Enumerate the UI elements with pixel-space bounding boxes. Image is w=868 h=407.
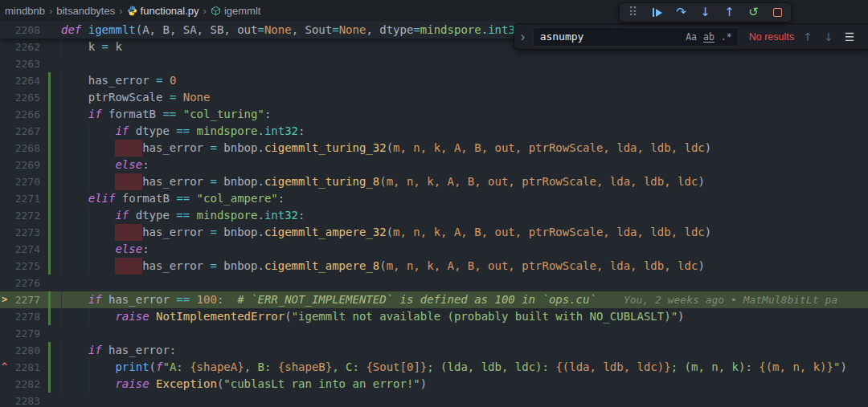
gutter — [40, 123, 61, 140]
gutter — [40, 342, 61, 359]
stop-button[interactable] — [771, 4, 784, 21]
code-line-2282[interactable]: 2282 raise Exception("cublasLt ran into … — [0, 376, 868, 393]
git-diff-indicator — [48, 190, 51, 207]
line-number[interactable]: 2276 — [0, 275, 40, 291]
code-text: print(f"A: {shapeA}, B: {shapeB}, C: {So… — [61, 359, 847, 376]
code-area[interactable]: 2262 k = k22632264 has_error = 02265 ptr… — [0, 39, 868, 407]
code-line-2265[interactable]: 2265 ptrRowScale = None — [0, 89, 868, 106]
restart-button[interactable]: ↺ — [747, 4, 760, 21]
code-line-2264[interactable]: 2264 has_error = 0 — [0, 72, 868, 89]
gutter — [40, 190, 61, 207]
code-line-2268[interactable]: 2268 has_error = bnbop.cigemmlt_turing_3… — [0, 140, 868, 157]
line-number[interactable]: 2262 — [0, 39, 40, 55]
code-line-2279[interactable]: 2279 — [0, 325, 868, 342]
code-text: elif formatB == "col_ampere": — [61, 190, 285, 207]
breadcrumb-separator: › — [45, 5, 56, 17]
code-text: raise NotImplementedError("igemmlt not a… — [61, 308, 685, 325]
gutter — [40, 55, 61, 72]
search-query-text[interactable]: asnumpy — [540, 31, 683, 43]
gutter — [40, 308, 61, 325]
code-line-2278[interactable]: 2278 raise NotImplementedError("igemmlt … — [0, 308, 868, 325]
line-number[interactable]: 2283 — [0, 393, 40, 407]
breadcrumb-item-functional-py[interactable]: functional.py — [127, 5, 199, 17]
gutter — [40, 89, 61, 106]
gutter — [40, 224, 61, 241]
code-text: has_error = 0 — [61, 72, 176, 89]
git-diff-indicator — [48, 224, 51, 241]
next-match-button[interactable]: ↓ — [820, 31, 837, 43]
find-nav-group: ↑ ↓ ☰ — [799, 31, 858, 43]
git-diff-indicator — [48, 157, 51, 173]
line-number[interactable]: 2267 — [0, 123, 40, 140]
code-line-2270[interactable]: 2270 has_error = bnbop.cigemmlt_turing_8… — [0, 173, 868, 190]
line-number[interactable]: 2271 — [0, 190, 40, 207]
code-line-2266[interactable]: 2266 if formatB == "col_turing": — [0, 106, 868, 123]
toggle-replace-chevron-icon[interactable]: › — [518, 26, 528, 48]
code-line-2267[interactable]: 2267 if dtype == mindspore.int32: — [0, 123, 868, 140]
git-diff-indicator — [48, 241, 51, 258]
code-line-2263[interactable]: 2263 — [0, 55, 868, 72]
line-number[interactable]: 2270 — [0, 173, 40, 190]
regex-button[interactable]: .* — [718, 31, 735, 43]
code-text: if formatB == "col_turing": — [61, 106, 271, 123]
code-text: has_error = bnbop.cigemmlt_turing_32(m, … — [61, 140, 711, 157]
line-number[interactable]: 2274 — [0, 241, 40, 258]
breadcrumb-item-igemmlt[interactable]: igemmlt — [211, 5, 261, 17]
code-text: ptrRowScale = None — [61, 89, 210, 106]
step-over-button[interactable]: ↷ — [674, 4, 688, 21]
code-text: else: — [61, 241, 149, 258]
code-line-2269[interactable]: 2269 else: — [0, 157, 868, 173]
line-number[interactable]: 2282 — [0, 376, 40, 393]
debug-toolbar: ⠿↷↓↑↺ — [619, 2, 792, 22]
whole-word-button[interactable]: ab — [700, 31, 718, 43]
line-number[interactable]: 2263 — [0, 55, 40, 72]
continue-button[interactable] — [650, 4, 664, 21]
line-number[interactable]: 2280 — [0, 342, 40, 359]
line-number[interactable]: 2266 — [0, 106, 40, 123]
code-text: if dtype == mindspore.int32: — [61, 123, 305, 140]
git-diff-indicator — [48, 123, 51, 140]
line-number[interactable]: 2269 — [0, 157, 40, 173]
line-number[interactable]: 2208 — [0, 22, 40, 39]
gutter — [40, 291, 61, 308]
line-number[interactable]: 2272 — [0, 207, 40, 224]
step-out-button[interactable]: ↑ — [723, 4, 736, 21]
gutter — [40, 359, 61, 376]
previous-match-button[interactable]: ↑ — [799, 31, 817, 43]
gutter-marker: > — [2, 291, 7, 308]
git-diff-indicator — [48, 140, 51, 157]
gutter — [40, 106, 61, 123]
line-number[interactable]: 2264 — [0, 72, 40, 89]
code-line-2281[interactable]: ^2281 print(f"A: {shapeA}, B: {shapeB}, … — [0, 359, 868, 376]
code-line-2277[interactable]: >2277 if has_error == 100: # `ERR_NOT_IM… — [0, 291, 868, 308]
code-line-2280[interactable]: 2280 if has_error: — [0, 342, 868, 359]
code-line-2283[interactable]: 2283 — [0, 393, 868, 407]
line-number[interactable]: 2275 — [0, 258, 40, 275]
git-diff-indicator — [48, 89, 51, 106]
search-input[interactable]: asnumpy Aa ab .* — [533, 27, 739, 47]
line-number[interactable]: 2279 — [0, 325, 40, 342]
code-text: else: — [61, 157, 149, 173]
code-text: has_error = bnbop.cigemmlt_ampere_32(m, … — [61, 224, 711, 241]
breadcrumb-item-mindbnb[interactable]: mindbnb — [5, 5, 45, 17]
find-in-selection-button[interactable]: ☰ — [841, 31, 858, 43]
step-into-button[interactable]: ↓ — [698, 4, 712, 21]
code-line-2272[interactable]: 2272 if dtype == mindspore.int32: — [0, 207, 868, 224]
code-line-2273[interactable]: 2273 has_error = bnbop.cigemmlt_ampere_3… — [0, 224, 868, 241]
code-line-2274[interactable]: 2274 else: — [0, 241, 868, 258]
code-line-2271[interactable]: 2271 elif formatB == "col_ampere": — [0, 190, 868, 207]
git-blame-annotation: You, 2 weeks ago • MatMul8bitLt pa — [624, 291, 837, 308]
line-number[interactable]: 2273 — [0, 224, 40, 241]
match-case-button[interactable]: Aa — [682, 31, 700, 43]
git-diff-indicator — [48, 106, 51, 123]
gutter-marker: ^ — [2, 359, 7, 376]
line-number[interactable]: 2278 — [0, 308, 40, 325]
breadcrumb-item-bitsandbytes[interactable]: bitsandbytes — [56, 5, 115, 17]
drag-handle[interactable]: ⠿ — [626, 4, 640, 21]
code-line-2276[interactable]: 2276 — [0, 275, 868, 291]
code-line-2275[interactable]: 2275 has_error = bnbop.cigemmlt_ampere_8… — [0, 258, 868, 275]
line-number[interactable]: 2268 — [0, 140, 40, 157]
breadcrumb-separator: › — [115, 5, 126, 17]
line-number[interactable]: 2265 — [0, 89, 40, 106]
code-text: if has_error: — [61, 342, 176, 359]
